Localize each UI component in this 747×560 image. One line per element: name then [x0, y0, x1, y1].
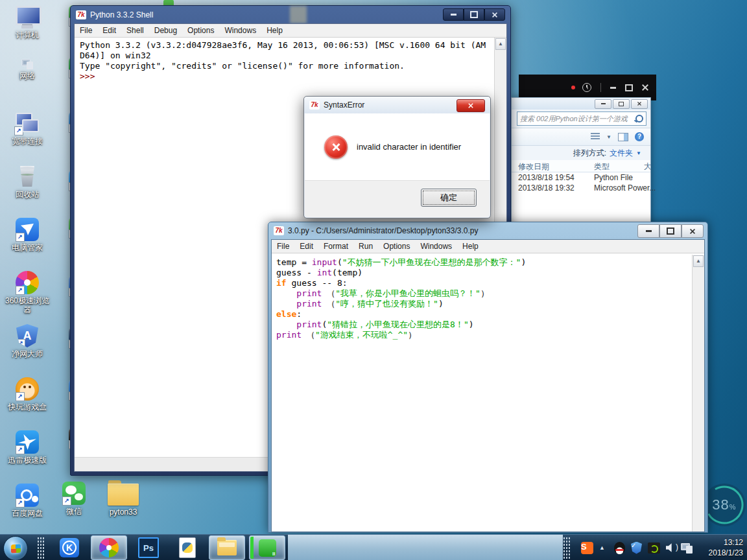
desktop-icon-adsafe[interactable]: A↗净网大师 [1, 324, 53, 358]
code-token: "我草，你是小甲鱼心里的蛔虫吗？！" [335, 288, 480, 298]
column-header-type[interactable]: 类型 [594, 161, 610, 172]
ok-button[interactable]: 确定 [421, 189, 477, 207]
desktop-icon-wechat[interactable]: ↗ 微信 [48, 482, 100, 516]
aero-glass-highlight [290, 6, 307, 23]
menu-item-edit[interactable]: Edit [294, 240, 318, 252]
menu-item-options[interactable]: Options [182, 25, 219, 36]
change-view-icon[interactable] [591, 133, 600, 141]
taskbar-buttons: KPs [52, 535, 285, 560]
nvidia-tray-icon[interactable] [648, 542, 660, 554]
desktop-icon-pcmanager[interactable]: ↗电脑管家 [1, 218, 53, 252]
code-token: ( [337, 257, 342, 267]
kuwan-icon: ↗ [16, 377, 39, 401]
desktop-icon-computer[interactable]: 计算机 [1, 5, 53, 40]
error-message: invalid character in identifier [357, 142, 461, 152]
column-header-size[interactable]: 大 [644, 161, 652, 172]
menu-item-help[interactable]: Help [457, 240, 484, 252]
dialog-titlebar[interactable]: 7k SyntaxError [304, 97, 490, 113]
editor-titlebar[interactable]: 7k 3.0.py - C:/Users/Administrator/Deskt… [268, 222, 707, 239]
start-button[interactable] [3, 536, 28, 560]
close-button[interactable] [682, 224, 704, 238]
taskbar-grip[interactable] [563, 537, 571, 559]
network-tray-icon[interactable] [681, 542, 693, 554]
menu-item-file[interactable]: File [272, 240, 294, 252]
code-line: print （"哼，猜中了也没有奖励！") [276, 299, 693, 309]
explorer-search-box[interactable]: 搜索 002用Python设计第一个游戏 [517, 111, 646, 126]
kingsoft-icon: K [60, 538, 79, 557]
code-token: ） [480, 288, 489, 298]
restore-button[interactable] [613, 99, 630, 109]
desktop-icon-network[interactable]: 网络 [1, 58, 53, 80]
menu-item-format[interactable]: Format [318, 240, 353, 252]
menu-item-windows[interactable]: Windows [219, 25, 261, 36]
desktop-icon-xunlei[interactable]: ↗迅雷极速版 [1, 430, 53, 465]
chevron-down-icon[interactable]: ▼ [636, 150, 641, 156]
history-clock-icon[interactable] [582, 83, 591, 92]
desktop-icon-label: 网络 [1, 71, 53, 80]
code-line: print （"游戏结束，不玩啦^_^"） [276, 330, 693, 340]
scroll-up-icon[interactable]: ▲ [693, 255, 704, 267]
scroll-up-icon[interactable]: ▲ [495, 38, 506, 50]
menu-item-file[interactable]: File [75, 25, 97, 36]
trayarrow-tray-icon[interactable]: ▲ [599, 544, 608, 551]
maximize-button[interactable] [464, 8, 484, 21]
arrange-value[interactable]: 文件夹 [610, 148, 633, 159]
close-button[interactable] [631, 99, 648, 109]
maximize-icon[interactable] [625, 84, 633, 91]
window-title: 3.0.py - C:/Users/Administrator/Desktop/… [288, 226, 478, 235]
search-icon[interactable] [635, 115, 643, 122]
minimize-button[interactable] [595, 99, 611, 109]
chevron-down-icon[interactable]: ▼ [606, 134, 611, 140]
taskbar-grip[interactable] [37, 537, 45, 559]
sogou-tray-icon[interactable]: S [581, 542, 593, 554]
minimize-button[interactable] [637, 224, 659, 238]
taskbar-button-pythonfile[interactable] [170, 536, 205, 559]
menu-item-shell[interactable]: Shell [121, 25, 149, 36]
menu-item-windows[interactable]: Windows [415, 240, 457, 252]
desktop-screen: 计算机网络↗宽带连接回收站↗电脑管家↗360极速浏览器A↗净网大师↗快玩游戏盒↗… [0, 0, 747, 560]
desktop-icon-label: 快玩游戏盒 [1, 402, 53, 412]
desktop-icon-label: 电脑管家 [1, 243, 53, 252]
code-token: ） [408, 330, 416, 340]
shell-titlebar[interactable]: 7k Python 3.3.2 Shell [71, 6, 510, 23]
code-token: （ [322, 288, 335, 298]
code-token: else [276, 309, 296, 319]
folder-icon [108, 484, 139, 506]
scrollbar[interactable]: ▲ [692, 255, 704, 531]
close-button[interactable] [484, 8, 505, 21]
desktop-icon-browser360[interactable]: ↗360极速浏览器 [1, 271, 53, 314]
dialog-body: invalid character in identifier [305, 113, 490, 180]
speaker-tray-icon[interactable] [666, 543, 675, 553]
file-row[interactable]: 2013/8/18 19:32Microsoft Power... [512, 183, 650, 193]
desktop-icon-baidupan[interactable]: ↗百度网盘 [1, 484, 53, 518]
search-input[interactable]: 搜索 002用Python设计第一个游戏 [520, 114, 635, 124]
shield-tray-icon[interactable]: ✓ [631, 542, 642, 554]
close-icon[interactable] [642, 84, 648, 91]
qq-tray-icon[interactable] [614, 542, 625, 554]
maximize-button[interactable] [659, 224, 682, 238]
preview-pane-icon[interactable] [618, 133, 628, 141]
file-row[interactable]: 2013/8/18 19:54Python File [512, 172, 650, 183]
column-header-date[interactable]: 修改日期 [518, 161, 549, 172]
menu-item-help[interactable]: Help [261, 25, 288, 36]
taskbar-button-kingsoft[interactable]: K [52, 536, 87, 559]
desktop-icon-pyton33[interactable]: pyton33 [97, 484, 149, 517]
desktop-icon-recycle[interactable]: 回收站 [1, 165, 53, 199]
desktop-icon-broadband[interactable]: ↗宽带连接 [1, 111, 53, 146]
taskbar-button-photoshop[interactable]: Ps [131, 536, 166, 559]
menu-item-run[interactable]: Run [353, 240, 378, 252]
taskbar-button-explorer[interactable] [209, 535, 245, 560]
minimize-icon[interactable] [610, 87, 616, 89]
taskbar-button-browser360[interactable] [91, 535, 127, 560]
menu-item-options[interactable]: Options [378, 240, 415, 252]
minimize-button[interactable] [443, 8, 464, 21]
help-icon[interactable]: ? [635, 132, 644, 141]
menu-item-debug[interactable]: Debug [149, 25, 182, 36]
taskbar-button-greenapp[interactable] [249, 535, 285, 560]
desktop-icon-kuwan[interactable]: ↗快玩游戏盒 [1, 377, 53, 412]
taskbar-clock[interactable]: 13:12 2018/1/23 [709, 537, 743, 558]
code-token: ) [469, 320, 474, 329]
code-area[interactable]: temp = input("不妨猜一下小甲鱼现在心里想的是那个数字：")gues… [272, 255, 693, 531]
close-button[interactable] [456, 99, 485, 112]
menu-item-edit[interactable]: Edit [97, 25, 121, 36]
